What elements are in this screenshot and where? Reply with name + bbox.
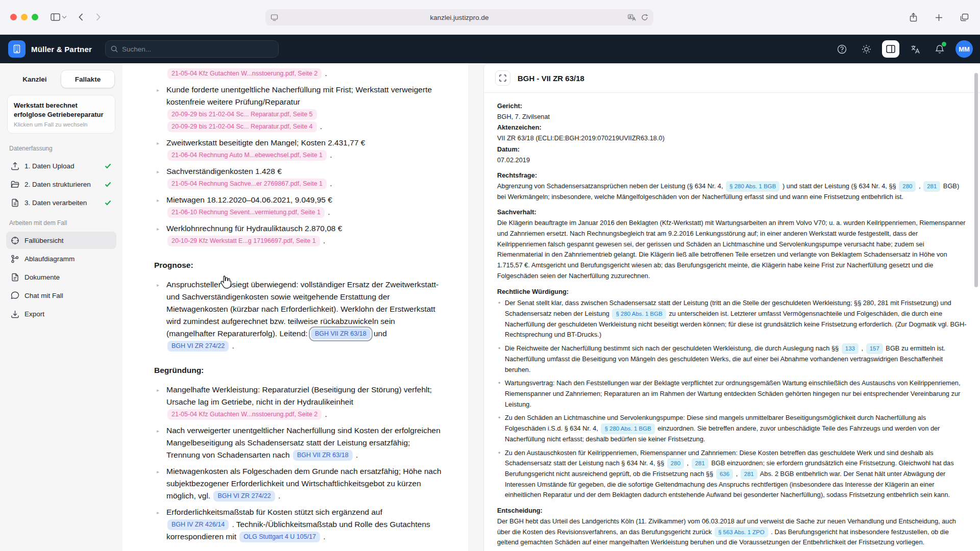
source-citation-chip[interactable]: 20-10-29 Kfz Werkstatt E...g 17196697.pd… <box>167 236 320 246</box>
help-icon[interactable] <box>833 40 850 58</box>
case-overview-document: 21-05-04 Kfz Gutachten W...nsstoerung.pd… <box>122 63 468 551</box>
reload-icon[interactable] <box>641 14 648 21</box>
citation-field: Datum:07.02.2019 <box>497 144 967 165</box>
theme-icon[interactable] <box>857 40 875 58</box>
source-citation-chip[interactable]: 20-09-29 bis 21-02-04 Sc... Reparatur.pd… <box>167 109 317 120</box>
citation-field: Entscheidung:Der BGH hebt das Urteil des… <box>497 506 967 548</box>
new-tab-icon[interactable] <box>931 10 946 24</box>
doc-bullet: Mangelhafte Werkleistung: Reparaturziel … <box>166 384 444 420</box>
legal-analysis-bullet: Der Senat stellt klar, dass zwischen Sch… <box>497 298 967 340</box>
maximize-window-icon[interactable] <box>32 14 38 20</box>
sidebar-item-2-daten-strukturieren[interactable]: 2. Daten strukturieren <box>6 176 116 193</box>
doc-heading: Begründung: <box>154 364 444 377</box>
citation-field: Aktenzeichen:VII ZR 63/18 (ECLI:DE:BGH:2… <box>497 122 967 143</box>
forward-icon[interactable] <box>90 10 106 24</box>
law-citation-chip[interactable]: 636 <box>716 469 733 480</box>
url-bar[interactable]: kanzlei.justizpro.de <box>265 9 653 26</box>
source-citation-chip[interactable]: 21-05-04 Kfz Gutachten W...nsstoerung.pd… <box>167 409 322 420</box>
sidebar-item-label: 1. Daten Upload <box>24 162 75 170</box>
sidebar-item-1-daten-upload[interactable]: 1. Daten Upload <box>6 157 116 174</box>
close-window-icon[interactable] <box>10 14 17 20</box>
folder-icon <box>10 181 19 188</box>
chevron-down-icon[interactable] <box>62 15 67 19</box>
sidebar-item-3-daten-verarbeiten[interactable]: 3. Daten verarbeiten <box>6 194 116 211</box>
sidebar-item-chat-mit-fall[interactable]: Chat mit Fall <box>6 287 116 304</box>
citation-field: Gericht:BGH, 7. Zivilsenat <box>497 101 967 122</box>
legal-analysis-bullet: Zu den Schäden an Lichtmaschine und Serv… <box>497 413 967 444</box>
doc-bullet: Mietwagen 18.12.2020–04.06.2021, 9.049,9… <box>166 194 444 218</box>
law-citation-chip[interactable]: 280 <box>899 181 916 192</box>
law-citation-chip[interactable]: § 563 Abs. 1 ZPO <box>715 527 768 538</box>
share-icon[interactable] <box>905 10 921 24</box>
url-text: kanzlei.justizpro.de <box>430 14 489 21</box>
source-citation-chip[interactable]: 21-05-04 Rechnung Sachve...er 2769867.pd… <box>167 179 327 189</box>
doc-bullet: Nach verweigerter unentgeltlicher Nacher… <box>166 424 444 461</box>
sidebar-item-ablaufdiagramm[interactable]: Ablaufdiagramm <box>6 250 116 267</box>
app-logo[interactable] <box>8 40 26 58</box>
tab-kanzlei[interactable]: Kanzlei <box>8 70 61 88</box>
page-icon[interactable] <box>271 14 278 21</box>
field-value: Abgrenzung von Schadensersatzansprüchen … <box>497 181 967 202</box>
case-switcher-card[interactable]: Werkstatt berechnet erfolglose Getrieber… <box>7 95 115 134</box>
upload-icon <box>10 162 19 170</box>
source-citation-chip[interactable]: 21-06-04 Rechnung Auto M...ebewechsel.pd… <box>167 150 327 161</box>
sidebar-item-label: Export <box>24 310 44 318</box>
sidebar-item-label: Chat mit Fall <box>24 292 63 299</box>
flow-diagram-icon <box>10 255 19 263</box>
sidebar-item-fallübersicht[interactable]: Fallübersicht <box>6 232 116 249</box>
sidebar-item-export[interactable]: Export <box>6 305 116 322</box>
minimize-window-icon[interactable] <box>21 14 28 20</box>
translate-icon[interactable] <box>628 14 636 21</box>
sidebar-item-dokumente[interactable]: Dokumente <box>6 268 116 286</box>
scrollbar-thumb[interactable] <box>974 73 978 287</box>
law-citation-chip[interactable]: § 280 Abs. 1 BGB <box>601 423 654 434</box>
traffic-lights[interactable] <box>10 14 38 20</box>
law-citation-chip[interactable]: 157 <box>866 343 883 354</box>
case-citation-chip[interactable]: BGH VII ZR 63/18 <box>293 450 353 461</box>
file-icon <box>10 198 19 207</box>
tab-fallakte[interactable]: Fallakte <box>61 70 114 88</box>
chat-icon <box>10 291 19 299</box>
citation-field: Rechtsfrage:Abgrenzung von Schadensersat… <box>497 170 967 202</box>
law-citation-chip[interactable]: 133 <box>842 343 859 354</box>
doc-heading: Prognose: <box>154 259 444 271</box>
law-citation-chip[interactable]: 281 <box>923 181 940 192</box>
field-value: BGH, 7. Zivilsenat <box>497 112 967 122</box>
doc-bullet: Mietwagenkosten als Folgeschaden dem Gru… <box>166 465 444 502</box>
doc-bullet: Erforderlichkeitsmaßstab für Kosten stüt… <box>166 506 444 543</box>
side-panel-icon[interactable] <box>882 40 899 58</box>
case-citation-chip[interactable]: BGH VI ZR 274/22 <box>213 491 275 502</box>
tabs-overview-icon[interactable] <box>957 10 972 24</box>
check-icon <box>105 182 111 187</box>
translate-icon[interactable] <box>906 40 924 58</box>
case-citation-chip[interactable]: BGH VII ZR 63/18 <box>311 329 371 339</box>
field-label: Datum: <box>497 144 967 155</box>
search-icon <box>111 45 118 53</box>
field-label: Rechtliche Würdigung: <box>497 287 967 297</box>
expand-icon[interactable] <box>495 70 510 86</box>
law-citation-chip[interactable]: § 280 Abs. 1 BGB <box>726 181 779 192</box>
source-citation-chip[interactable]: 21-06-10 Rechnung Sevent...vermietung.pd… <box>167 207 325 218</box>
law-citation-chip[interactable]: 281 <box>692 458 708 469</box>
brand-name: Müller & Partner <box>31 45 92 54</box>
source-citation-chip[interactable]: 20-09-29 bis 21-02-04 Sc... Reparatur.pd… <box>167 121 317 132</box>
doc-bullet: Zweitwerkstatt beseitigte den Mangel; Ko… <box>166 137 444 161</box>
field-value: Die Klägerin beauftragte im Januar 2016 … <box>497 218 967 281</box>
back-icon[interactable] <box>73 10 88 24</box>
doc-bullet: Kunde forderte unentgeltliche Nacherfüll… <box>166 84 444 133</box>
sidebar-item-label: Ablaufdiagramm <box>24 255 75 263</box>
law-citation-chip[interactable]: 280 <box>667 458 684 469</box>
search-input[interactable] <box>122 45 273 53</box>
case-citation-chip[interactable]: BGH IV ZR 426/14 <box>167 519 229 530</box>
law-citation-chip[interactable]: § 280 Abs. 1 BGB <box>612 309 666 319</box>
sidebar-toggle-icon[interactable] <box>47 10 63 24</box>
case-citation-chip[interactable]: BGH VI ZR 274/22 <box>167 341 229 352</box>
doc-source-line: 21-05-04 Kfz Gutachten W...nsstoerung.pd… <box>166 67 444 80</box>
avatar[interactable]: MM <box>955 40 973 58</box>
global-search[interactable] <box>105 40 279 58</box>
law-citation-chip[interactable]: 281 <box>741 469 757 480</box>
documents-icon <box>10 273 19 282</box>
source-citation-chip[interactable]: 21-05-04 Kfz Gutachten W...nsstoerung.pd… <box>167 68 322 79</box>
nav-section-label: Arbeiten mit dem Fall <box>9 219 113 227</box>
case-citation-chip[interactable]: OLG Stuttgart 4 U 105/17 <box>239 532 320 542</box>
